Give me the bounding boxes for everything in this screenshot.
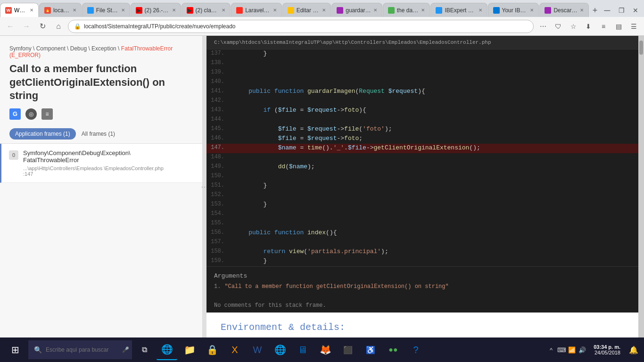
menu-button[interactable]: ☰	[627, 20, 640, 33]
all-frames-tab[interactable]: All frames (1)	[76, 128, 121, 140]
tab-whoops[interactable]: W Whoop ✕	[0, 3, 39, 17]
tab-guardar[interactable]: guardar no... ✕	[331, 3, 382, 17]
frame-file-0: ...\app\Http\Controllers\Empleados \Empl…	[23, 165, 195, 171]
xampp-icon: X	[231, 345, 238, 355]
stack-frame-0[interactable]: 0 Symfony\Component\Debug\Exception\ Fat…	[0, 144, 202, 183]
tab-guardar-close[interactable]: ✕	[373, 8, 377, 13]
scroll-thumb[interactable]	[639, 41, 643, 55]
panel-divider[interactable]: ⋮	[203, 36, 206, 337]
back-button[interactable]: ←	[4, 20, 17, 33]
extra-icon[interactable]: ≡	[41, 108, 53, 120]
left-panel: Symfony \ Component \ Debug \ Exception …	[0, 36, 203, 337]
whoops-docs-icon[interactable]: ◎	[25, 108, 37, 120]
tab-localhost[interactable]: 🔥 localhost ✕	[39, 3, 82, 17]
taskbar-explorer[interactable]: 📁	[179, 339, 200, 360]
search-bar[interactable]: 🔍 🎤	[28, 340, 132, 359]
tab-whoops-close[interactable]: ✕	[30, 8, 33, 13]
network-status-icon[interactable]: 📶	[567, 345, 577, 354]
terminal-icon: ⬛	[343, 346, 353, 354]
tab-laravel[interactable]: Laravel Co... ✕	[231, 3, 282, 17]
rdp-icon: 🖥	[298, 345, 307, 355]
bookmarks-button[interactable]: ⋯	[537, 20, 550, 33]
taskbar-rdp[interactable]: 🖥	[292, 339, 313, 360]
tab-laravel-close[interactable]: ✕	[273, 8, 277, 13]
line-content-153: }	[230, 200, 644, 210]
taskbar-edge[interactable]: 🌐	[157, 339, 177, 360]
arguments-section: Arguments 1. "Call to a member function …	[206, 266, 644, 298]
chevron-up-icon[interactable]: ^	[546, 345, 556, 354]
line-num-154: 154.	[206, 210, 230, 219]
tab-yt2[interactable]: ▶ (2) class F... ✕	[182, 3, 231, 17]
taskbar-help[interactable]: ?	[405, 339, 426, 360]
frame-number-0: 0	[9, 150, 18, 160]
tab-descarga-close[interactable]: ✕	[580, 8, 584, 13]
line-content-159: }	[230, 257, 644, 266]
restore-button[interactable]: ❐	[615, 4, 628, 17]
tab-filestorage[interactable]: File Stora... ✕	[82, 3, 130, 17]
start-button[interactable]: ⊞	[4, 338, 26, 361]
tab-editar[interactable]: Editar - St... ✕	[282, 3, 331, 17]
taskbar-security[interactable]: 🔒	[202, 339, 223, 360]
tab-localhost-title: localhost	[53, 7, 70, 14]
taskbar-firefox[interactable]: 🦊	[315, 339, 336, 360]
arguments-label: Arguments	[214, 272, 636, 280]
tab-yt2-close[interactable]: ✕	[222, 8, 225, 13]
download-button[interactable]: ⬇	[582, 20, 595, 33]
stack-frames: 0 Symfony\Component\Debug\Exception\ Fat…	[0, 144, 202, 337]
ibexpert-favicon	[436, 7, 442, 14]
home-button[interactable]: ⌂	[52, 20, 65, 33]
tab-editar-close[interactable]: ✕	[322, 8, 326, 13]
taskbar-accessibility[interactable]: ♿	[360, 339, 381, 360]
scroll-indicator[interactable]	[638, 36, 644, 337]
keyboard-icon[interactable]: ⌨	[557, 345, 566, 354]
line-content-138	[230, 59, 644, 68]
notification-button[interactable]: 🔔	[627, 344, 640, 356]
tab-yt1-close[interactable]: ✕	[172, 8, 176, 13]
code-line-148: 148.	[206, 153, 644, 163]
line-content-149: dd($name);	[230, 163, 644, 172]
shield-button[interactable]: 🛡	[552, 20, 565, 33]
tab-youribexp[interactable]: Your IBExp... ✕	[488, 3, 539, 17]
line-content-151: }	[230, 181, 644, 191]
reading-list-button[interactable]: ≡	[597, 20, 610, 33]
tab-ibexpert-close[interactable]: ✕	[479, 8, 482, 13]
close-button[interactable]: ✕	[629, 4, 642, 17]
taskbar-network[interactable]: 🌐	[270, 339, 290, 360]
tab-localhost-close[interactable]: ✕	[73, 8, 76, 13]
tab-youribexp-close[interactable]: ✕	[530, 8, 534, 13]
nav-right-buttons: ⋯ 🛡 ☆ ⬇ ≡ ▤ ☰	[537, 20, 640, 33]
tab-thedb[interactable]: the datab... ✕	[383, 3, 430, 17]
minimize-button[interactable]: ─	[601, 4, 614, 17]
taskbar-right: ^ ⌨ 📶 🔊 03:34 p. m. 24/05/2018 🔔	[546, 344, 640, 356]
taskbar-word[interactable]: W	[247, 339, 268, 360]
taskbar-xampp[interactable]: X	[224, 339, 245, 360]
taskview-button[interactable]: ⧉	[134, 339, 155, 360]
tab-descarga[interactable]: Descargar... ✕	[539, 3, 589, 17]
refresh-button[interactable]: ↻	[36, 20, 49, 33]
star-button[interactable]: ☆	[567, 20, 580, 33]
security-icon: 🔒	[74, 23, 81, 30]
search-input[interactable]	[46, 346, 116, 353]
code-line-156: 156. public function index(){	[206, 229, 644, 238]
taskbar-terminal[interactable]: ⬛	[338, 339, 358, 360]
tab-yt1[interactable]: ▶ (2) 26.- Cu... ✕	[131, 3, 181, 17]
tab-ibexpert[interactable]: IBExpert Dow... ✕	[430, 3, 487, 17]
microphone-icon[interactable]: 🎤	[122, 346, 129, 353]
error-header: Symfony \ Component \ Debug \ Exception …	[0, 36, 202, 124]
tab-youribexp-title: Your IBExp...	[502, 7, 528, 14]
address-bar[interactable]: 🔒 localhost/SistemaIntegralUTP/public/cr…	[68, 20, 534, 33]
tab-thedb-close[interactable]: ✕	[421, 8, 425, 13]
taskbar-app11[interactable]: ●●	[383, 339, 404, 360]
volume-icon[interactable]: 🔊	[578, 345, 587, 354]
tab-filestorage-close[interactable]: ✕	[121, 8, 125, 13]
code-panel[interactable]: C:\xampp\htdocs\SistemaIntegralUTP\app\H…	[206, 36, 644, 337]
main-content: Symfony \ Component \ Debug \ Exception …	[0, 36, 644, 337]
frame-class-0: Symfony\Component\Debug\Exception\ Fatal…	[23, 149, 195, 164]
new-tab-button[interactable]: +	[589, 4, 601, 17]
google-icon[interactable]: G	[9, 108, 21, 120]
sidebar-button[interactable]: ▤	[612, 20, 625, 33]
app-frames-tab[interactable]: Application frames (1)	[9, 128, 76, 140]
clock[interactable]: 03:34 p. m. 24/05/2018	[590, 344, 624, 355]
forward-button[interactable]: →	[20, 20, 33, 33]
argument-item: 1. "Call to a member function getClientO…	[214, 283, 636, 290]
